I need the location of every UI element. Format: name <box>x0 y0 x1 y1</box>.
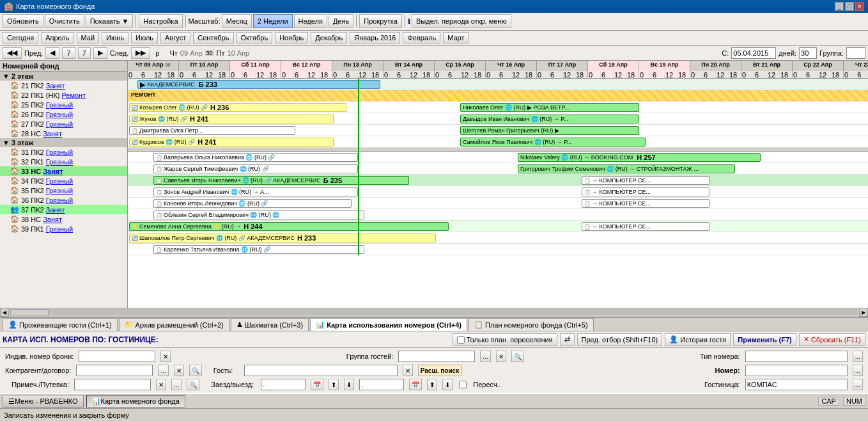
booking-bar-25b[interactable]: Николаев Олег 🌐 (RU) ▶ РОЗА ВЕТР... <box>460 103 639 112</box>
nav-7-button[interactable]: 7 <box>62 47 75 59</box>
room-status-38[interactable]: Занят <box>43 216 62 223</box>
scroll-button[interactable]: Прокрутка <box>359 14 402 28</box>
booking-bar-36a[interactable]: 📋 Облезин Сергей Владимирович 🌐 (RU) 🌐 <box>153 210 364 219</box>
room-row-36[interactable]: 🏠 36 ПК2 Грязный <box>0 195 127 205</box>
tab-archive[interactable]: 📁 Архив размещений (Ctrl+2) <box>119 318 229 331</box>
booking-bar-38a[interactable]: 🔄 Шаповалов Петр Сергеевич 🌐 (RU) 🔗 АКАД… <box>129 234 436 242</box>
transfer-icon-btn[interactable]: ⇄ <box>560 333 575 346</box>
booking-bar-34a[interactable]: 📋 Зонов Андрей Иванович 🌐 (RU) → А... <box>153 187 358 196</box>
refresh-button[interactable]: Обновить <box>3 14 43 28</box>
close-button[interactable]: ✕ <box>855 2 864 11</box>
room-status-39[interactable]: Грязный <box>46 225 73 233</box>
tab-residents[interactable]: 👤 Проживающие гости (Ctrl+1) <box>3 318 118 331</box>
booking-bar-37b[interactable]: 📋 → КОМПЬЮТЕР СЕ... <box>582 222 709 231</box>
booking-bar-26a[interactable]: 🔄 Жуков 🌐 (RU) 🔗 Н 241 <box>129 115 334 123</box>
number-input[interactable] <box>745 365 848 376</box>
room-status-35[interactable]: Грязный <box>46 187 73 195</box>
contractor-input[interactable] <box>76 365 153 376</box>
room-status-33[interactable]: Занят <box>43 168 63 175</box>
january2016-button[interactable]: Январь 2016 <box>350 32 400 44</box>
room-row-37[interactable]: 👥 37 ПК2 Занят <box>0 205 127 214</box>
room-row-21[interactable]: 🏠 21 ПК2 Занят <box>0 81 127 90</box>
room-row-31[interactable]: 🏠 31 ПК2 Грязный <box>0 147 127 157</box>
room-status-22[interactable]: Ремонт <box>61 91 86 99</box>
map-taskbtn[interactable]: 📊 Карта номерного фонда <box>86 395 185 408</box>
only-plan-button[interactable]: Только план. переселения <box>453 333 557 346</box>
booking-bar-25a[interactable]: 🔄 Козырев Олег 🌐 (RU) 🔗 Н 236 <box>129 103 346 112</box>
nav-fwd-button[interactable]: ▶ <box>93 47 107 59</box>
booking-bar-34b[interactable]: 📋 → КОМПЬЮТЕР СЕ... <box>582 187 709 196</box>
guest-clear-button[interactable]: ✕ <box>403 365 413 376</box>
scroll-left-button[interactable]: ◀ <box>0 308 9 317</box>
checkin-date1[interactable] <box>261 379 306 390</box>
reset-button[interactable]: ✕ Сбросить (F11) <box>799 333 865 346</box>
february-button[interactable]: Февраль <box>403 32 440 44</box>
room-status-26[interactable]: Грязный <box>46 111 73 118</box>
room-status-32[interactable]: Грязный <box>46 158 73 166</box>
period-button[interactable]: Выдел. периода откр. меню <box>412 14 511 28</box>
days-input[interactable] <box>799 47 817 59</box>
floor-3-header[interactable]: ▼ 3 этаж <box>0 138 127 147</box>
group-input[interactable] <box>846 47 865 59</box>
contractor-clear-button[interactable]: ✕ <box>174 365 184 376</box>
room-row-28[interactable]: 🏠 28 НС Занят <box>0 129 127 138</box>
room-row-38[interactable]: 🏠 38 НС Занят <box>0 214 127 224</box>
december-button[interactable]: Декабрь <box>311 32 347 44</box>
day-scale-button[interactable]: День <box>329 14 353 28</box>
booking-bar-33a[interactable]: 📋 Савельев Игорь Николаевич 🌐 (RU) 🔗 АКА… <box>153 176 409 185</box>
nav-7b-button[interactable]: 7 <box>78 47 91 59</box>
today-button[interactable]: Сегодня <box>3 32 38 44</box>
type-input[interactable] <box>745 351 848 362</box>
only-plan-checkbox[interactable] <box>457 336 465 344</box>
maximize-button[interactable]: □ <box>845 2 854 11</box>
note-search-button[interactable]: 🔍 <box>187 379 199 390</box>
number-dots-button[interactable]: ... <box>853 365 863 376</box>
contractor-dots-button[interactable]: ... <box>158 365 168 376</box>
march-button[interactable]: Март <box>443 32 469 44</box>
checkin-spin1[interactable]: ⬆ <box>329 379 339 390</box>
hotel-input[interactable] <box>745 379 848 390</box>
search-extended-button[interactable]: Расш. поиск <box>418 365 461 376</box>
note-input[interactable] <box>74 379 151 390</box>
room-row-32[interactable]: 🏠 32 ПК1 Грязный <box>0 157 127 166</box>
september-button[interactable]: Сентябрь <box>193 32 233 44</box>
menu-taskbtn[interactable]: ☰ Меню - РВАБЕНКО <box>3 395 84 408</box>
july-button[interactable]: Июль <box>131 32 158 44</box>
tab-room-plan[interactable]: 📋 План номерного фонда (Ctrl+5) <box>469 318 594 331</box>
indiv-clear-button[interactable]: ✕ <box>160 351 171 362</box>
may-button[interactable]: Май <box>77 32 100 44</box>
month-scale-button[interactable]: Месяц <box>222 14 252 28</box>
grid-area[interactable]: Чт 09 Апр 30 Пт 10 Апр Сб 11 Апр Вс 12 А… <box>128 61 868 307</box>
room-row-35[interactable]: 🏠 35 ПК2 Грязный <box>0 186 127 195</box>
june-button[interactable]: Июнь <box>102 32 128 44</box>
indiv-input[interactable] <box>79 351 155 362</box>
scroll-thumb[interactable] <box>10 309 49 315</box>
room-status-28[interactable]: Занят <box>43 130 62 138</box>
settings-button[interactable]: Настройка <box>139 14 182 28</box>
from-date-input[interactable] <box>731 47 776 59</box>
booking-bar-32b[interactable]: Григорович Трофим Семенович 🌐 (RU) → СТР… <box>518 164 735 173</box>
room-row-34[interactable]: 🏠 34 ПК2 Грязный <box>0 176 127 186</box>
booking-bar-27a[interactable]: 📋 Дмитриева Олга Петр... <box>129 126 295 135</box>
room-status-27[interactable]: Грязный <box>46 120 73 128</box>
booking-bar-37a[interactable]: ⭐ Семенова Анна Сергеевна ⭐ (RU) → Н 244 <box>129 222 449 231</box>
horizontal-scrollbar[interactable]: ◀ ▶ <box>0 308 868 317</box>
hotel-dots-button[interactable]: ... <box>853 379 863 390</box>
group-dots-button[interactable]: ... <box>480 351 490 362</box>
group-search-button[interactable]: 🔍 <box>511 351 524 362</box>
room-status-31[interactable]: Грязный <box>46 148 73 156</box>
august-button[interactable]: Август <box>160 32 190 44</box>
group-input-field[interactable] <box>398 351 475 362</box>
november-button[interactable]: Ноябрь <box>275 32 308 44</box>
scroll-right-button[interactable]: ▶ <box>859 308 868 317</box>
booking-bar-31b[interactable]: Nikolaev Valery 🌐 (RU) → BOOKING.COM Н 2… <box>518 153 761 162</box>
room-status-25[interactable]: Грязный <box>46 101 73 109</box>
room-row-33[interactable]: 🏠 33 НС Занят <box>0 166 127 176</box>
booking-bar-32a[interactable]: 📋 Жаров Сергей Тимофеевич 🌐 (RU) 🔗 <box>153 164 358 173</box>
minimize-button[interactable]: _ <box>835 2 844 11</box>
guest-input[interactable] <box>244 365 398 376</box>
checkin-cal2[interactable]: 📅 <box>409 379 422 390</box>
booking-bar-35b[interactable]: 📋 → КОМПЬЮТЕР СЕ... <box>582 199 709 208</box>
type-dots-button[interactable]: ... <box>853 351 863 362</box>
room-row-25[interactable]: 🏠 25 ПК2 Грязный <box>0 100 127 109</box>
